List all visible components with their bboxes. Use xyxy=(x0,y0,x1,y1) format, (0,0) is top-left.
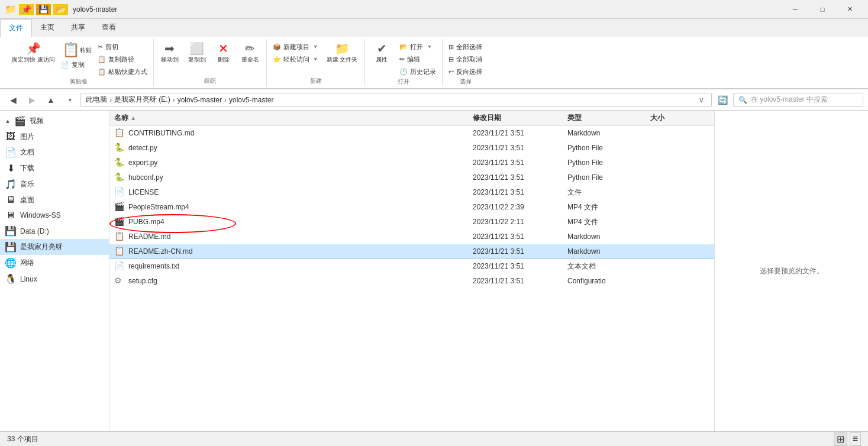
search-box[interactable]: 🔍 在 yolov5-master 中搜索 xyxy=(733,93,863,107)
pin-icon: 📌 xyxy=(19,4,34,15)
grid-view-button[interactable]: ⊞ xyxy=(834,432,847,446)
ribbon-content: 📌 固定到快 速访问 📋 粘贴 📄 复制 xyxy=(0,37,868,89)
select-none-button[interactable]: ⊟ 全部取消 xyxy=(446,54,485,65)
header-size[interactable]: 大小 xyxy=(650,113,709,123)
close-button[interactable]: ✕ xyxy=(836,0,863,19)
header-name[interactable]: 名称 ▲ xyxy=(114,113,473,123)
table-row[interactable]: 🐍hubconf.py2023/11/21 3:51Python File xyxy=(109,170,714,185)
table-row[interactable]: 🎬PUBG.mp42023/11/22 2:11MP4 文件 xyxy=(109,215,714,230)
table-row[interactable]: ⚙setup.cfg2023/11/21 3:51Configuratio xyxy=(109,274,714,289)
new-item-col: 📦 新建项目 ▼ ⭐ 轻松访问 ▼ xyxy=(270,41,321,65)
delete-button[interactable]: ✕ 删除 xyxy=(212,41,235,65)
file-name-cell: 🎬PUBG.mp4 xyxy=(114,216,473,227)
up-button[interactable]: ▲ xyxy=(43,92,59,108)
clipboard-group-label: 剪贴板 xyxy=(70,77,88,87)
address-path[interactable]: 此电脑 › 是我家月亮呀 (E:) › yolov5-master › yolo… xyxy=(80,93,712,107)
paste-shortcut-button[interactable]: 📋 粘贴快捷方式 xyxy=(95,66,150,77)
copy-path-button[interactable]: 📋 复制路径 xyxy=(95,54,150,65)
copy-to-button[interactable]: ⬜ 复制到 xyxy=(185,41,209,65)
minimize-button[interactable]: ─ xyxy=(782,0,809,19)
sidebar-item-desktop[interactable]: 🖥 桌面 xyxy=(0,192,109,208)
header-type[interactable]: 类型 xyxy=(567,113,650,123)
open-icon: 📂 xyxy=(399,43,408,51)
file-type-cell: 文本文档 xyxy=(567,261,650,272)
ribbon-group-open: ✔ 属性 📂 打开 ▼ ✏ 编辑 🕐 历史记录 xyxy=(365,39,443,86)
sidebar-item-network[interactable]: 🌐 网络 xyxy=(0,255,109,271)
refresh-button[interactable]: 🔄 xyxy=(714,92,731,108)
open-button[interactable]: 📂 打开 ▼ xyxy=(397,41,438,53)
file-type-icon: 🐍 xyxy=(114,143,125,153)
tab-home[interactable]: 主页 xyxy=(32,19,63,37)
path-pc: 此电脑 xyxy=(86,95,107,105)
sidebar-item-downloads[interactable]: ⬇ 下载 xyxy=(0,160,109,176)
sidebar-item-docs[interactable]: 📄 文档 xyxy=(0,144,109,160)
move-to-button[interactable]: ➡ 移动到 xyxy=(157,41,182,65)
file-name-text: CONTRIBUTING.md xyxy=(128,129,194,137)
sidebar-item-data-d[interactable]: 💾 Data (D:) xyxy=(0,223,109,239)
linux-icon: 🐧 xyxy=(5,273,17,285)
easy-access-button[interactable]: ⭐ 轻松访问 ▼ xyxy=(270,54,321,65)
recent-button[interactable]: ▾ xyxy=(62,92,78,108)
table-row[interactable]: 🎬PeopleStream.mp42023/11/22 2:39MP4 文件 xyxy=(109,200,714,215)
tab-view[interactable]: 查看 xyxy=(93,19,124,37)
paste-label: 粘贴 xyxy=(80,46,92,54)
file-date-cell: 2023/11/21 3:51 xyxy=(473,277,567,285)
preview-text: 选择要预览的文件。 xyxy=(760,266,824,276)
table-row[interactable]: 📋CONTRIBUTING.md2023/11/21 3:51Markdown xyxy=(109,126,714,141)
select-group-label: 选择 xyxy=(460,77,472,87)
back-button[interactable]: ◀ xyxy=(5,92,21,108)
rename-button[interactable]: ✏ 重命名 xyxy=(238,41,263,65)
file-type-cell: Python File xyxy=(567,173,650,182)
floppy-icon: 💾 xyxy=(36,4,51,15)
new-folder-button[interactable]: 📁 新建 文件夹 xyxy=(323,41,362,65)
properties-button[interactable]: ✔ 属性 xyxy=(369,41,395,65)
downloads-icon: ⬇ xyxy=(5,163,17,174)
ribbon-group-new: 📦 新建项目 ▼ ⭐ 轻松访问 ▼ 📁 新建 文件夹 新建 xyxy=(267,39,366,86)
tab-share[interactable]: 共享 xyxy=(63,19,93,37)
new-content: 📦 新建项目 ▼ ⭐ 轻松访问 ▼ 📁 新建 文件夹 xyxy=(270,39,362,77)
file-type-icon: 🐍 xyxy=(114,157,125,168)
new-item-button[interactable]: 📦 新建项目 ▼ xyxy=(270,41,321,53)
open-group-label: 打开 xyxy=(398,77,409,87)
header-date[interactable]: 修改日期 xyxy=(473,113,567,123)
status-bar: 33 个项目 ⊞ ≡ xyxy=(0,431,868,446)
copy-button[interactable]: 📄 复制 xyxy=(59,59,95,70)
sidebar-item-images[interactable]: 🖼 图片 xyxy=(0,129,109,144)
sort-arrow: ▲ xyxy=(130,115,136,121)
ribbon-group-organize: ➡ 移动到 ⬜ 复制到 ✕ 删除 ✏ 重命名 组织 xyxy=(154,39,267,86)
history-button[interactable]: 🕐 历史记录 xyxy=(397,66,438,77)
title-bar: 📁 📌 💾 📂 yolov5-master ─ □ ✕ xyxy=(0,0,868,19)
videos-icon: 🎬 xyxy=(14,115,26,127)
tab-file[interactable]: 文件 xyxy=(0,20,32,37)
sidebar-item-windows-ss[interactable]: 🖥 Windows-SS xyxy=(0,208,109,223)
paste-button[interactable]: 📋 粘贴 xyxy=(59,41,95,58)
main-area: ▲ 🎬 视频 🖼 图片 📄 文档 ⬇ 下载 🎵 音乐 🖥 桌面 🖥 Window… xyxy=(0,111,868,431)
select-all-button[interactable]: ⊞ 全部选择 xyxy=(446,41,485,53)
table-row[interactable]: 🐍detect.py2023/11/21 3:51Python File xyxy=(109,141,714,156)
table-row[interactable]: 📋README.md2023/11/21 3:51Markdown xyxy=(109,230,714,244)
list-view-button[interactable]: ≡ xyxy=(850,432,861,446)
sidebar-item-e-drive[interactable]: 💾 是我家月亮呀 xyxy=(0,239,109,255)
address-bar: ◀ ▶ ▲ ▾ 此电脑 › 是我家月亮呀 (E:) › yolov5-maste… xyxy=(0,89,868,111)
table-row[interactable]: 📄requirements.txt2023/11/21 3:51文本文档 xyxy=(109,259,714,274)
maximize-button[interactable]: □ xyxy=(809,0,836,19)
sidebar-item-music[interactable]: 🎵 音乐 xyxy=(0,176,109,192)
pin-button[interactable]: 📌 固定到快 速访问 xyxy=(8,41,59,65)
edit-button[interactable]: ✏ 编辑 xyxy=(397,54,438,65)
path-folder2: yolov5-master xyxy=(229,96,273,104)
music-icon: 🎵 xyxy=(5,179,17,190)
file-type-icon: 📋 xyxy=(114,128,125,138)
table-row[interactable]: 📄LICENSE2023/11/21 3:51文件 xyxy=(109,185,714,200)
clipboard-content: 📌 固定到快 速访问 📋 粘贴 📄 复制 xyxy=(8,39,150,77)
invert-select-button[interactable]: ↩ 反向选择 xyxy=(446,66,485,77)
item-count: 33 个项目 xyxy=(7,434,38,444)
edit-icon: ✏ xyxy=(399,56,405,63)
table-row[interactable]: 📋README.zh-CN.md2023/11/21 3:51Markdown xyxy=(109,244,714,259)
sidebar-item-linux[interactable]: 🐧 Linux xyxy=(0,271,109,287)
sidebar-item-videos[interactable]: ▲ 🎬 视频 xyxy=(0,113,109,129)
table-row[interactable]: 🐍export.py2023/11/21 3:51Python File xyxy=(109,156,714,170)
cut-button[interactable]: ✂ 剪切 xyxy=(95,41,150,53)
forward-button[interactable]: ▶ xyxy=(24,92,40,108)
search-icon: 🔍 xyxy=(738,96,747,104)
window-icon: 📁 xyxy=(5,4,17,15)
